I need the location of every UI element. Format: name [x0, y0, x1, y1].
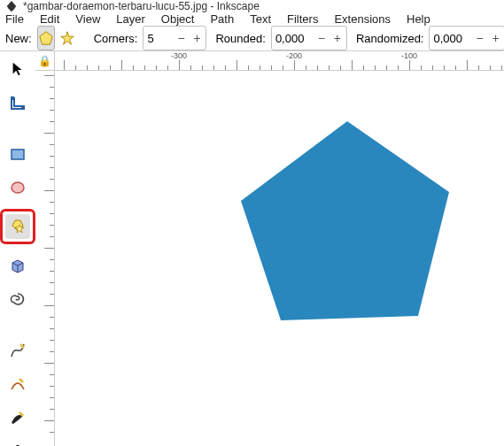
node-tool[interactable]	[5, 90, 30, 115]
spiral-tool[interactable]	[5, 287, 30, 311]
vertical-ruler[interactable]	[35, 71, 55, 446]
window-title: *gambar-doraemon-terbaru-lucu-55.jpg - I…	[23, 0, 260, 12]
polygon-mode-button[interactable]	[37, 26, 55, 50]
rounded-input[interactable]: 0,000 − +	[271, 26, 347, 50]
ruler-label: -100	[401, 51, 417, 60]
randomized-plus-icon[interactable]: +	[490, 32, 500, 44]
svg-rect-2	[11, 96, 14, 100]
svg-rect-4	[12, 150, 24, 159]
workspace: A 🔒 -300 -200 -100	[0, 51, 504, 446]
lock-icon[interactable]: 🔒	[38, 55, 51, 67]
calligraphy-tool[interactable]	[5, 405, 30, 430]
corners-minus-icon[interactable]: −	[175, 32, 186, 44]
randomized-minus-icon[interactable]: −	[474, 32, 485, 44]
svg-rect-3	[21, 106, 25, 110]
svg-marker-0	[39, 32, 51, 44]
svg-point-5	[12, 182, 24, 193]
rounded-value[interactable]: 0,000	[275, 32, 311, 45]
menu-help[interactable]: Help	[407, 12, 430, 26]
menu-view[interactable]: View	[75, 12, 100, 26]
ruler-label: -300	[171, 51, 187, 60]
toolbox: A	[0, 51, 35, 446]
menubar: File Edit View Layer Object Path Text Fi…	[0, 12, 504, 26]
text-tool[interactable]: A	[5, 439, 30, 446]
menu-layer[interactable]: Layer	[116, 12, 145, 26]
menu-object[interactable]: Object	[161, 12, 195, 26]
menu-text[interactable]: Text	[250, 12, 271, 26]
menu-extensions[interactable]: Extensions	[334, 12, 391, 26]
randomized-label: Randomized:	[356, 32, 424, 45]
inkscape-logo-icon	[5, 0, 18, 12]
menu-file[interactable]: File	[5, 12, 24, 26]
selector-tool[interactable]	[5, 57, 30, 81]
svg-marker-9	[241, 121, 449, 320]
star-mode-button[interactable]	[58, 26, 76, 50]
svg-marker-1	[60, 32, 73, 44]
canvas[interactable]	[55, 71, 504, 446]
ruler-corner[interactable]: 🔒	[35, 51, 55, 71]
corners-plus-icon[interactable]: +	[191, 32, 202, 44]
menu-path[interactable]: Path	[210, 12, 234, 26]
svg-text:A: A	[12, 442, 24, 446]
ellipse-tool[interactable]	[5, 175, 30, 200]
tool-options-bar: New: Corners: 5 − + Rounded: 0,000 − + R…	[0, 26, 504, 51]
randomized-input[interactable]: 0,000 − +	[429, 26, 504, 50]
menu-edit[interactable]: Edit	[40, 12, 59, 26]
ruler-area: 🔒 -300 -200 -100	[35, 51, 504, 446]
corners-value[interactable]: 5	[147, 32, 170, 45]
new-label: New:	[5, 32, 32, 45]
menu-filters[interactable]: Filters	[287, 12, 318, 26]
bezier-tool[interactable]	[5, 372, 30, 396]
horizontal-ruler[interactable]: -300 -200 -100	[55, 51, 504, 71]
rounded-label: Rounded:	[215, 32, 265, 45]
corners-label: Corners:	[94, 32, 138, 45]
rounded-minus-icon[interactable]: −	[316, 32, 327, 44]
star-tool[interactable]	[0, 209, 35, 244]
rounded-plus-icon[interactable]: +	[332, 32, 343, 44]
3dbox-tool[interactable]	[5, 253, 30, 278]
pentagon-shape[interactable]	[241, 121, 454, 325]
randomized-value[interactable]: 0,000	[433, 32, 469, 45]
titlebar: *gambar-doraemon-terbaru-lucu-55.jpg - I…	[0, 0, 504, 12]
pencil-tool[interactable]	[5, 338, 30, 363]
rectangle-tool[interactable]	[5, 142, 30, 166]
ruler-label: -200	[286, 51, 302, 60]
corners-input[interactable]: 5 − +	[143, 26, 206, 50]
